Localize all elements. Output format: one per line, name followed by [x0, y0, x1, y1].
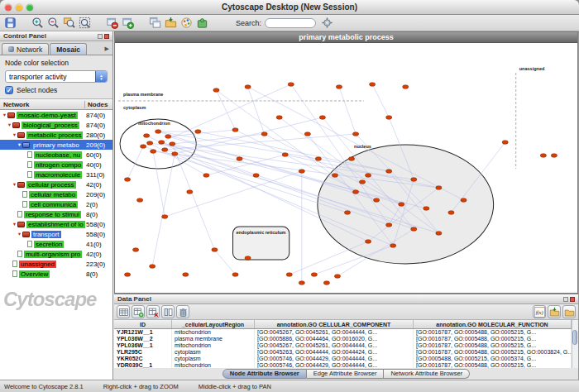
network-node[interactable] — [151, 150, 156, 154]
network-node[interactable] — [399, 203, 404, 207]
tree-item-transport[interactable]: ▼transport558(0) — [0, 229, 112, 239]
tab-network-attribute-browser[interactable]: Network Attribute Browser — [384, 369, 470, 379]
network-manager-icon[interactable] — [147, 16, 162, 31]
tree-item-nucleobase-nu[interactable]: nucleobase, nu60(0) — [0, 150, 112, 160]
network-node[interactable] — [315, 157, 321, 161]
import-attributes-icon[interactable] — [548, 305, 561, 318]
network-node[interactable] — [332, 174, 337, 178]
column-header-annotation-go-cellular-component[interactable]: annotation.GO CELLULAR_COMPONENT — [255, 320, 414, 328]
network-node[interactable] — [436, 232, 442, 236]
node-color-attribute-select[interactable]: transporter activity — [5, 70, 108, 83]
expander-icon[interactable]: ▼ — [12, 222, 17, 227]
network-node[interactable] — [352, 190, 358, 194]
network-node[interactable] — [411, 227, 417, 232]
network-canvas[interactable]: plasma membranecytoplasmmitochondrionnuc… — [115, 43, 577, 293]
tree-item-response-to-stimul[interactable]: response to stimul8(0) — [0, 209, 112, 219]
network-node[interactable] — [323, 281, 329, 285]
network-node[interactable] — [359, 180, 365, 184]
network-node[interactable] — [365, 174, 371, 178]
column-layout-icon[interactable] — [161, 305, 175, 318]
network-node[interactable] — [423, 207, 429, 211]
expander-icon[interactable]: ▼ — [17, 142, 22, 147]
import-network-icon[interactable] — [163, 16, 178, 31]
network-node[interactable] — [232, 273, 238, 277]
network-node[interactable] — [162, 148, 168, 152]
zoom-fit-icon[interactable] — [77, 16, 92, 31]
network-node[interactable] — [245, 256, 251, 261]
expander-icon[interactable]: ▼ — [2, 112, 7, 117]
network-node[interactable] — [159, 141, 165, 145]
tree-item-cell-communica[interactable]: cell communica2(0) — [0, 199, 112, 209]
save-icon[interactable] — [2, 16, 17, 31]
tree-item-unassigned[interactable]: unassigned223(0) — [0, 259, 112, 269]
tree-item-secretion[interactable]: secretion41(0) — [0, 239, 112, 249]
tree-item-cellular-process[interactable]: ▼cellular process42(0) — [0, 179, 112, 189]
tree-item-mosaic-demo-yeast[interactable]: ▼mosaic-demo-yeast874(0) — [0, 110, 112, 120]
network-node[interactable] — [502, 141, 508, 145]
network-node[interactable] — [147, 141, 153, 146]
zoom-out-icon[interactable] — [45, 16, 60, 31]
network-node[interactable] — [136, 198, 142, 203]
create-attribute-icon[interactable] — [132, 305, 145, 318]
select-nodes-checkbox[interactable]: ✓ Select nodes — [5, 86, 108, 94]
network-node[interactable] — [203, 174, 209, 178]
plugin-manager-icon[interactable] — [194, 16, 209, 31]
network-node[interactable] — [299, 170, 304, 174]
create-network-view-icon[interactable] — [120, 16, 135, 31]
network-node[interactable] — [461, 198, 467, 203]
table-row-yjr121w-1[interactable]: YJR121W__1mitochondrion[GO:0045267, GO:0… — [114, 329, 572, 336]
network-node[interactable] — [348, 157, 354, 161]
network-node[interactable] — [276, 116, 282, 120]
network-node[interactable] — [245, 85, 251, 89]
network-node[interactable] — [165, 135, 171, 139]
network-node[interactable] — [403, 85, 409, 89]
network-node[interactable] — [540, 154, 546, 158]
network-node[interactable] — [156, 130, 161, 134]
tab-network[interactable]: Network — [2, 43, 49, 55]
network-node[interactable] — [411, 178, 417, 182]
network-node[interactable] — [436, 186, 442, 190]
trash-icon[interactable] — [176, 305, 189, 318]
column-header-id[interactable]: ID — [114, 320, 172, 328]
tab-mosaic[interactable]: Mosaic — [50, 43, 87, 55]
network-node[interactable] — [334, 275, 340, 279]
tree-item-metabolic-process[interactable]: ▼metabolic process280(0) — [0, 130, 112, 140]
network-node[interactable] — [124, 178, 130, 182]
tree-item-cellular-metabo[interactable]: cellular metabo209(0) — [0, 189, 112, 199]
network-node[interactable] — [386, 223, 392, 227]
network-node[interactable] — [304, 132, 310, 136]
network-node[interactable] — [319, 116, 325, 120]
expander-icon[interactable]: ▼ — [17, 232, 22, 237]
network-node[interactable] — [336, 85, 342, 89]
network-node[interactable] — [551, 154, 557, 158]
network-node[interactable] — [232, 128, 238, 132]
close-window-button[interactable] — [5, 4, 12, 11]
network-node[interactable] — [150, 265, 156, 269]
table-row-ydr039c-1[interactable]: YDR039C__1mitochondrion[GO:0005746, GO:0… — [114, 362, 572, 368]
network-node[interactable] — [162, 215, 168, 219]
vizmapper-icon[interactable] — [179, 16, 194, 31]
network-node[interactable] — [386, 116, 392, 120]
expander-icon[interactable]: ▼ — [7, 122, 12, 127]
network-node[interactable] — [172, 152, 178, 156]
close-panel-icon[interactable] — [104, 34, 109, 39]
search-input[interactable] — [265, 18, 316, 28]
network-node[interactable] — [187, 190, 193, 194]
scrollbar-thumb[interactable] — [572, 330, 577, 345]
table-row-ypl036w-1[interactable]: YPL036W__1mitochondrion[GO:0045267, GO:0… — [114, 342, 572, 349]
network-node[interactable] — [311, 273, 317, 277]
zoom-in-icon[interactable] — [30, 16, 45, 31]
network-node[interactable] — [282, 153, 288, 157]
window-titlebar[interactable]: Cytoscape Desktop (New Session) — [0, 0, 579, 15]
table-scrollbar[interactable] — [572, 320, 578, 368]
network-node[interactable] — [212, 248, 218, 252]
network-node[interactable] — [237, 157, 242, 161]
float-data-panel-icon[interactable] — [563, 297, 568, 302]
table-row-ypl036w-2[interactable]: YPL036W__2plasma membrane[GO:0005886, GO… — [114, 336, 572, 342]
network-node[interactable] — [365, 240, 371, 244]
network-node[interactable] — [370, 83, 376, 87]
formula-builder-icon[interactable]: f(x) — [533, 305, 546, 318]
tree-item-overview[interactable]: Overview8(0) — [0, 269, 112, 279]
network-node[interactable] — [124, 273, 130, 277]
zoom-selected-icon[interactable] — [61, 16, 76, 31]
